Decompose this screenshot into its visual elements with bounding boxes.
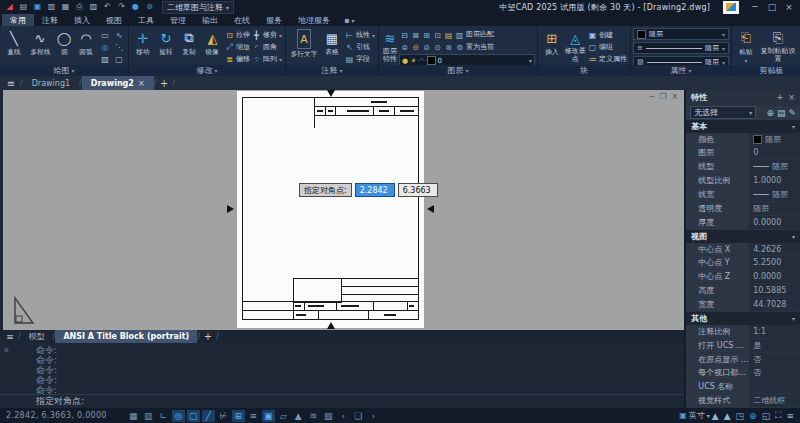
next-icon[interactable]: › xyxy=(367,410,380,422)
prop-row-linetype[interactable]: 线型 随层 xyxy=(686,160,800,174)
pin-icon[interactable]: + xyxy=(777,93,784,102)
workspace-switcher[interactable]: 二维草图与注释 ▾ xyxy=(162,1,234,14)
y-coordinate-input[interactable]: 6.3663 xyxy=(398,183,438,197)
quick-select-icon[interactable]: ▤ xyxy=(777,108,786,118)
close-tab-icon[interactable]: × xyxy=(138,79,145,88)
tab-home[interactable]: 常用 xyxy=(2,14,34,26)
prop-row-visual-style[interactable]: 视觉样式 二维线框 xyxy=(686,394,800,408)
close-button[interactable]: × xyxy=(782,2,796,12)
tab-annotate[interactable]: 注释 xyxy=(34,14,66,26)
layer-tool-icon[interactable]: ⊝ xyxy=(410,41,421,53)
layer-tool-icon[interactable]: ⊟ xyxy=(399,29,410,41)
color-combo[interactable]: 随层▾ xyxy=(633,28,729,40)
layer-tool-icon[interactable]: ⊛ xyxy=(443,41,454,53)
prop-row-height[interactable]: 高度 10.5885 xyxy=(686,284,800,298)
prev-icon[interactable]: ‹ xyxy=(337,410,350,422)
group-label-modify[interactable]: 修改▾ xyxy=(129,65,285,76)
drawing-canvas[interactable]: ─ ❐ × xyxy=(0,90,684,330)
section-view[interactable]: 视图▾ xyxy=(686,230,800,243)
leader-button[interactable]: ↖引线 xyxy=(344,41,376,53)
group-label-properties[interactable]: 属性▾ xyxy=(631,65,731,76)
mdi-restore-icon[interactable]: ❐ xyxy=(659,92,666,101)
transparency-icon[interactable]: ▣ xyxy=(262,410,275,422)
insert-block-button[interactable]: ⊞ 插入 xyxy=(540,27,564,57)
paste-button[interactable]: ⎗ 粘贴▾ xyxy=(734,27,758,64)
region-icon[interactable]: ▢ xyxy=(112,53,126,65)
layer-match-button[interactable]: 图层匹配 xyxy=(465,28,495,40)
section-basic[interactable]: 基本▾ xyxy=(686,120,800,133)
rectangle-icon[interactable]: ▭ xyxy=(98,29,112,41)
drawing-tab-2[interactable]: Drawing2× xyxy=(82,76,154,90)
prop-row-center-y[interactable]: 中心点 Y 5.2500 xyxy=(686,256,800,270)
model-tab[interactable]: 模型 xyxy=(21,330,53,343)
arc-button[interactable]: ◠ 圆弧 xyxy=(74,27,98,57)
tab-manage[interactable]: 管理 xyxy=(162,14,194,26)
redo-icon[interactable]: ↷ xyxy=(116,0,127,14)
prop-row-thickness[interactable]: 厚度 0.0000 xyxy=(686,216,800,230)
snap-tracking-icon[interactable]: ╱ xyxy=(202,410,215,422)
layer-tool-icon[interactable]: ▤ xyxy=(443,29,454,41)
toggle-pickadd-icon[interactable]: ⊕ xyxy=(766,108,774,118)
group-label-clipboard[interactable]: 剪贴板 xyxy=(732,65,800,76)
open-file-icon[interactable]: ▣ xyxy=(32,0,43,14)
group-label-annotate[interactable]: 注释▾ xyxy=(286,65,378,76)
trim-button[interactable]: ╋修剪▾ xyxy=(251,29,283,41)
layer-tool-icon[interactable]: ⊚ xyxy=(454,41,465,53)
mirror-button[interactable]: ◭ 镜像 xyxy=(201,27,224,57)
zwcad-logo[interactable] xyxy=(723,1,739,14)
group-button[interactable]: ▢编组 xyxy=(587,41,628,53)
tab-output[interactable]: 输出 xyxy=(194,14,226,26)
move-button[interactable]: ✛ 移动 xyxy=(131,27,154,57)
group-label-block[interactable]: 块 xyxy=(538,65,630,76)
x-coordinate-input[interactable]: 2.2842 xyxy=(355,183,395,197)
prop-row-ucs-per-viewport[interactable]: 每个视口都... 否 xyxy=(686,366,800,380)
spline-icon[interactable]: ∿ xyxy=(112,29,126,41)
circle-button[interactable]: ◯ 圆 xyxy=(54,27,74,57)
undo-icon[interactable]: ↶ xyxy=(102,0,113,14)
new-layout-button[interactable]: + xyxy=(200,330,216,343)
tab-services[interactable]: 服务 xyxy=(258,14,290,26)
tab-insert[interactable]: 插入 xyxy=(66,14,98,26)
mdi-minimize-icon[interactable]: ─ xyxy=(650,92,655,101)
copy-paste-settings-button[interactable]: ⎘ 复制粘贴设置 xyxy=(758,27,798,63)
tab-online[interactable]: 在线 xyxy=(226,14,258,26)
drawing-tab-1[interactable]: Drawing1 xyxy=(23,76,79,90)
make-current-button[interactable]: 置为当前 xyxy=(465,41,495,53)
rotate-button[interactable]: ↻ 旋转 xyxy=(154,27,177,57)
workspace-icon[interactable]: ❏ xyxy=(352,410,365,422)
define-attributes-button[interactable]: ≔定义属性 xyxy=(587,53,628,65)
hardware-accel-icon[interactable]: ▧ xyxy=(322,410,335,422)
mdi-close-icon[interactable]: × xyxy=(672,92,679,101)
create-block-button[interactable]: ▣创建 xyxy=(587,29,628,41)
stretch-button[interactable]: ⊡拉伸 xyxy=(224,29,251,41)
prop-row-lineweight[interactable]: 线宽 随层 xyxy=(686,188,800,202)
donut-icon[interactable]: ◎ xyxy=(98,41,112,53)
lineweight-display-icon[interactable]: ≡ xyxy=(247,410,260,422)
annotation-scale-icon[interactable]: ▲ xyxy=(712,411,719,421)
maximize-button[interactable]: □ xyxy=(765,2,779,12)
customize-menu-icon[interactable]: ≡ xyxy=(786,411,794,421)
prop-row-color[interactable]: 颜色 随层 xyxy=(686,133,800,147)
prop-row-ucs-origin[interactable]: 在原点显示 ... 否 xyxy=(686,353,800,367)
print-icon[interactable]: ⎙ xyxy=(74,0,85,14)
line-button[interactable]: ╲ 直线 xyxy=(2,27,26,57)
array-button[interactable]: ⁘阵列▾ xyxy=(251,53,283,65)
layer-tool-icon[interactable]: ▥ xyxy=(454,29,465,41)
clean-screen-icon[interactable]: ◱ xyxy=(762,411,771,421)
polyline-button[interactable]: ∿ 多段线 xyxy=(26,27,54,57)
prop-row-ucs-name[interactable]: UCS 名称 xyxy=(686,380,800,394)
tab-geo[interactable]: 地理服务 xyxy=(290,14,338,26)
command-prompt[interactable]: 指定对角点: xyxy=(0,394,684,408)
prop-row-center-z[interactable]: 中心点 Z 0.0000 xyxy=(686,270,800,284)
annotation-monitor-icon[interactable]: ▲ xyxy=(292,410,305,422)
polar-tracking-icon[interactable]: ◎ xyxy=(172,410,185,422)
layout-tabs-menu-icon[interactable]: ≡ xyxy=(2,330,18,343)
dynamic-input-icon[interactable]: ⊞ xyxy=(232,410,245,422)
settings-gear-icon[interactable]: ⊛ xyxy=(749,411,757,421)
prop-row-ucs-on[interactable]: 打开 UCS ... 是 xyxy=(686,339,800,353)
layer-tool-icon[interactable]: ⊘ xyxy=(421,41,432,53)
prop-row-center-x[interactable]: 中心点 X 4.2626 xyxy=(686,243,800,257)
object-snap-icon[interactable]: ▢ xyxy=(187,410,200,422)
selection-dropdown[interactable]: 无选择▾ xyxy=(690,106,756,119)
save-icon[interactable]: ▥ xyxy=(46,0,57,14)
